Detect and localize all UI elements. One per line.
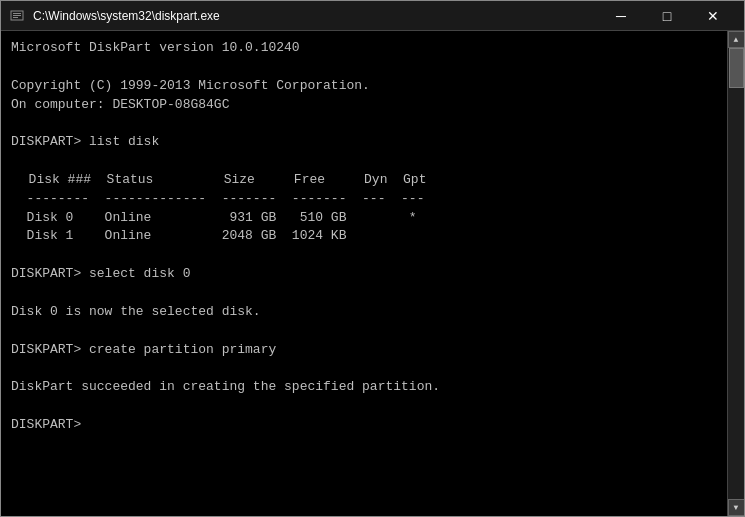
- scroll-up-button[interactable]: ▲: [728, 31, 745, 48]
- blank4: [11, 247, 19, 262]
- computer-line: On computer: DESKTOP-08G84GC: [11, 97, 229, 112]
- scroll-track[interactable]: [728, 48, 745, 499]
- console-output[interactable]: Microsoft DiskPart version 10.0.10240 Co…: [1, 31, 727, 516]
- svg-rect-3: [13, 17, 18, 18]
- prompt-line: DISKPART>: [11, 417, 89, 432]
- blank6: [11, 323, 19, 338]
- blank7: [11, 360, 19, 375]
- window-title: C:\Windows\system32\diskpart.exe: [33, 9, 598, 23]
- console-wrapper: Microsoft DiskPart version 10.0.10240 Co…: [1, 31, 744, 516]
- maximize-button[interactable]: □: [644, 1, 690, 31]
- minimize-button[interactable]: ─: [598, 1, 644, 31]
- scrollbar[interactable]: ▲ ▼: [727, 31, 744, 516]
- scroll-thumb[interactable]: [729, 48, 744, 88]
- disk0-row: Disk 0 Online 931 GB 510 GB *: [11, 210, 417, 225]
- close-button[interactable]: ✕: [690, 1, 736, 31]
- app-icon: [9, 8, 25, 24]
- create-result: DiskPart succeeded in creating the speci…: [11, 379, 440, 394]
- list-disk-cmd: DISKPART> list disk: [11, 134, 159, 149]
- blank5: [11, 285, 19, 300]
- copyright-line: Copyright (C) 1999-2013 Microsoft Corpor…: [11, 78, 370, 93]
- disk1-row: Disk 1 Online 2048 GB 1024 KB: [11, 228, 346, 243]
- create-partition-cmd: DISKPART> create partition primary: [11, 342, 276, 357]
- select-disk-cmd: DISKPART> select disk 0: [11, 266, 190, 281]
- svg-rect-1: [13, 13, 21, 14]
- title-bar: C:\Windows\system32\diskpart.exe ─ □ ✕: [1, 1, 744, 31]
- window-controls: ─ □ ✕: [598, 1, 736, 31]
- blank8: [11, 398, 19, 413]
- blank3: [11, 153, 19, 168]
- blank2: [11, 115, 19, 130]
- col-sep: -------- ------------- ------- ------- -…: [11, 191, 424, 206]
- version-line: Microsoft DiskPart version 10.0.10240: [11, 40, 300, 55]
- blank1: [11, 59, 19, 74]
- select-result: Disk 0 is now the selected disk.: [11, 304, 261, 319]
- window: C:\Windows\system32\diskpart.exe ─ □ ✕ M…: [0, 0, 745, 517]
- svg-rect-2: [13, 15, 21, 16]
- col-headers: Disk ### Status Size Free Dyn Gpt: [13, 172, 426, 187]
- scroll-down-button[interactable]: ▼: [728, 499, 745, 516]
